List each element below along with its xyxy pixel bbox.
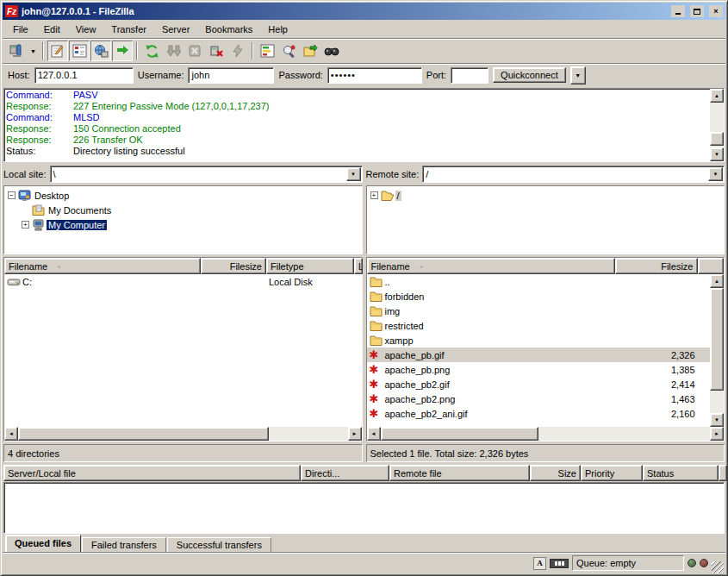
scroll-up-icon[interactable]: ▲ <box>710 274 724 288</box>
tree-item[interactable]: −Desktop <box>4 188 362 203</box>
menu-view[interactable]: View <box>69 22 103 36</box>
scroll-left-icon[interactable]: ◄ <box>367 427 381 441</box>
remote-file-row[interactable]: ✱apache_pb.png1,385 <box>367 362 711 377</box>
menu-bar: FileEditViewTransferServerBookmarksHelp <box>3 20 725 38</box>
remote-file-row[interactable]: restricted <box>367 318 711 333</box>
tree-item[interactable]: +My Computer <box>4 217 362 232</box>
scroll-right-icon[interactable]: ► <box>710 427 724 441</box>
menu-server[interactable]: Server <box>155 22 196 36</box>
host-input[interactable] <box>34 67 134 84</box>
close-button[interactable]: × <box>709 5 723 17</box>
site-manager-button[interactable] <box>6 41 27 61</box>
local-site-combo[interactable]: \ ▼ <box>50 166 363 183</box>
chevron-down-icon[interactable]: ▼ <box>708 167 723 181</box>
tree-item-label[interactable]: Desktop <box>33 191 71 201</box>
local-status: 4 directories <box>3 444 363 462</box>
column-header-size[interactable]: Size <box>530 465 581 481</box>
toolbar-separator <box>252 42 253 59</box>
column-header-status[interactable]: Status <box>643 465 719 481</box>
remote-file-row[interactable]: ✱apache_pb.gif2,326 <box>367 347 711 362</box>
tab-successful-transfers[interactable]: Successful transfers <box>167 537 271 552</box>
scroll-right-icon[interactable]: ► <box>348 427 362 441</box>
column-header-last-modified[interactable]: L <box>354 258 363 274</box>
file-size: 2,326 <box>615 347 698 362</box>
column-header-remote-file[interactable]: Remote file <box>389 465 530 481</box>
column-header-filesize[interactable]: Filesize <box>615 258 698 274</box>
tree-collapse-icon[interactable]: − <box>8 191 16 199</box>
column-header-filename[interactable]: Filename▲ <box>4 258 201 274</box>
transfer-type-icon[interactable]: A <box>533 557 546 570</box>
tree-expand-icon[interactable]: + <box>22 221 29 229</box>
synchronized-browsing-button[interactable] <box>300 41 320 61</box>
menu-edit[interactable]: Edit <box>37 22 67 36</box>
toggle-transfer-queue-button[interactable] <box>112 41 133 61</box>
toggle-remote-tree-button[interactable] <box>90 41 111 61</box>
tab-failed-transfers[interactable]: Failed transfers <box>82 537 166 552</box>
maximize-button[interactable] <box>690 5 704 17</box>
site-manager-dropdown-button[interactable]: ▼ <box>28 41 39 60</box>
column-header-directi-[interactable]: Directi... <box>301 465 389 481</box>
remote-hscrollbar[interactable]: ◄ ► <box>367 427 725 441</box>
column-header-filetype[interactable]: Filetype <box>266 258 354 274</box>
folder-icon <box>370 291 383 302</box>
refresh-button[interactable] <box>141 41 162 61</box>
reconnect <box>231 44 245 58</box>
remote-file-row[interactable]: ✱apache_pb2.png1,463 <box>367 391 711 406</box>
speedlimit-icon[interactable] <box>550 559 569 568</box>
column-header-server-local-file[interactable]: Server/Local file <box>3 465 301 481</box>
toggle-remote-tree <box>94 44 109 59</box>
remote-file-row[interactable]: forbidden <box>367 289 711 304</box>
tree-item-label[interactable]: My Computer <box>47 220 107 230</box>
tree-item-label[interactable]: My Documents <box>47 205 113 216</box>
remote-vscrollbar[interactable]: ▲ ▼ <box>710 274 724 427</box>
tree-item[interactable]: +/ <box>367 188 725 203</box>
log-line-text: Directory listing successful <box>73 146 185 157</box>
filezilla-window: Fz john@127.0.0.1 - FileZilla × FileEdit… <box>0 0 728 576</box>
tab-queued-files[interactable]: Queued files <box>5 535 81 552</box>
column-header-filename[interactable]: Filename▲ <box>367 258 615 274</box>
menu-transfer[interactable]: Transfer <box>104 22 153 36</box>
remote-file-row[interactable]: ✱apache_pb2_ani.gif2,160 <box>367 406 711 421</box>
menu-help[interactable]: Help <box>261 22 295 36</box>
cancel-button <box>184 41 205 61</box>
scroll-down-icon[interactable]: ▼ <box>710 147 724 161</box>
file-name: apache_pb2.gif <box>385 379 450 390</box>
local-directory-tree: −DesktopMy Documents+My Computer <box>3 185 363 254</box>
port-input[interactable] <box>451 67 488 84</box>
column-header-priority[interactable]: Priority <box>581 465 643 481</box>
local-hscrollbar[interactable]: ◄ ► <box>4 427 362 441</box>
scroll-left-icon[interactable]: ◄ <box>4 427 18 441</box>
remote-file-row[interactable]: ✱apache_pb2.gif2,414 <box>367 377 711 391</box>
file-name: forbidden <box>385 291 425 302</box>
remote-file-row[interactable]: .. <box>367 274 711 289</box>
remote-file-row[interactable]: img <box>367 304 711 318</box>
tree-expand-icon[interactable]: + <box>370 191 378 199</box>
scroll-down-icon[interactable]: ▼ <box>710 413 724 427</box>
tree-item-label[interactable]: / <box>395 191 401 201</box>
remote-file-row[interactable]: xampp <box>367 333 711 347</box>
message-log: Command:PASVResponse:227 Entering Passiv… <box>4 89 710 161</box>
queue-body <box>3 482 725 534</box>
remote-site-combo[interactable]: / ▼ <box>422 166 725 183</box>
toggle-local-tree-button[interactable] <box>69 41 90 61</box>
toggle-message-log-button[interactable] <box>47 41 68 61</box>
directory-comparison-button[interactable] <box>278 41 299 61</box>
password-input[interactable] <box>327 67 422 84</box>
chevron-down-icon[interactable]: ▼ <box>346 167 361 181</box>
find-files-button[interactable] <box>321 41 342 61</box>
scroll-up-icon[interactable]: ▲ <box>710 89 724 103</box>
quickconnect-dropdown-button[interactable]: ▼ <box>570 66 586 85</box>
username-input[interactable] <box>188 67 274 84</box>
column-header-filesize[interactable]: Filesize <box>201 258 266 274</box>
filter-button[interactable] <box>257 41 277 61</box>
menu-bookmarks[interactable]: Bookmarks <box>198 22 259 36</box>
minimize-button[interactable] <box>671 5 685 17</box>
quickconnect-button[interactable]: Quickconnect <box>493 67 566 83</box>
local-file-row[interactable]: C:Local Disk <box>4 274 362 289</box>
file-name: apache_pb.png <box>385 365 451 375</box>
menu-file[interactable]: File <box>6 22 35 36</box>
log-scrollbar[interactable]: ▲ ▼ <box>710 89 724 161</box>
disconnect-button[interactable] <box>206 41 227 61</box>
resize-grip[interactable] <box>712 561 724 573</box>
tree-item[interactable]: My Documents <box>4 203 362 217</box>
